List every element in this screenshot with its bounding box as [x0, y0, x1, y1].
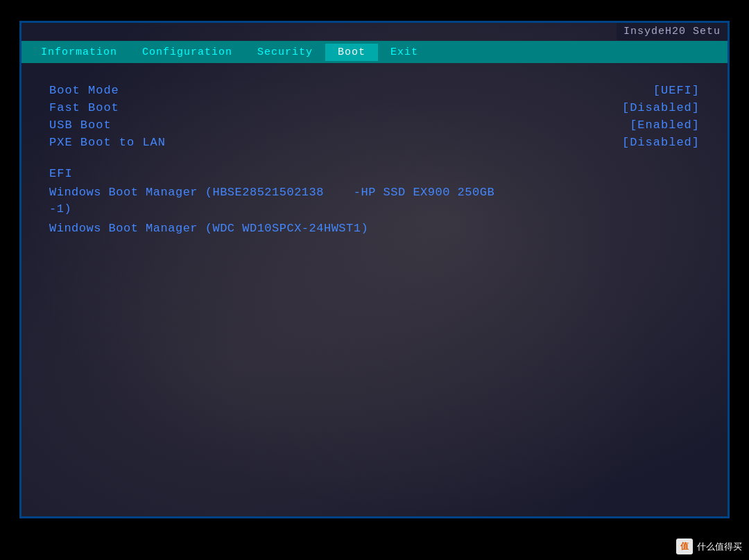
- bios-row-value: [Enabled]: [630, 119, 700, 132]
- bios-row-value: [Disabled]: [622, 101, 700, 114]
- menu-bar: InformationConfigurationSecurityBootExit: [21, 41, 728, 63]
- watermark: 值 什么值得买: [676, 539, 742, 554]
- brand-label: InsydeH20 Setu: [617, 23, 728, 40]
- watermark-badge: 值: [676, 539, 693, 554]
- bios-row-label: PXE Boot to LAN: [49, 136, 166, 149]
- bios-row-label: Fast Boot: [49, 101, 119, 114]
- boot-entry[interactable]: Windows Boot Manager (HBSE28521502138 -H…: [49, 184, 700, 218]
- bios-row-label: USB Boot: [49, 119, 112, 132]
- boot-entry[interactable]: Windows Boot Manager (WDC WD10SPCX-24HWS…: [49, 220, 700, 237]
- content-area: Boot Mode[UEFI]Fast Boot[Disabled]USB Bo…: [21, 63, 728, 516]
- bios-row[interactable]: Fast Boot[Disabled]: [49, 101, 700, 114]
- section-gap: [49, 153, 700, 167]
- bios-row-label: Boot Mode: [49, 84, 119, 97]
- menu-item-boot[interactable]: Boot: [325, 44, 378, 61]
- bios-row[interactable]: Boot Mode[UEFI]: [49, 84, 700, 97]
- efi-section-header: EFI: [49, 167, 700, 180]
- bios-row[interactable]: USB Boot[Enabled]: [49, 119, 700, 132]
- menu-item-information[interactable]: Information: [28, 44, 130, 61]
- menu-item-exit[interactable]: Exit: [378, 44, 431, 61]
- watermark-text: 什么值得买: [697, 541, 742, 553]
- bios-screen: InsydeH20 Setu InformationConfigurationS…: [19, 21, 730, 518]
- menu-item-security[interactable]: Security: [245, 44, 325, 61]
- bios-row-value: [UEFI]: [653, 84, 700, 97]
- bios-row-value: [Disabled]: [622, 136, 700, 149]
- bios-row[interactable]: PXE Boot to LAN[Disabled]: [49, 136, 700, 149]
- menu-item-configuration[interactable]: Configuration: [130, 44, 245, 61]
